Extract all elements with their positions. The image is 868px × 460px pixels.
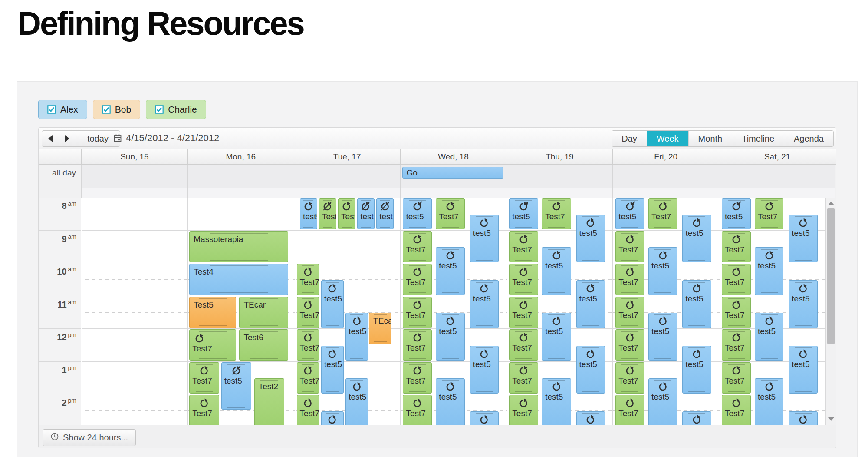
event[interactable]: test5 [321, 411, 344, 425]
event[interactable]: test5 [682, 411, 711, 425]
prev-button[interactable] [42, 131, 59, 146]
all-day-cell[interactable] [294, 165, 400, 198]
event[interactable]: test5 [470, 215, 499, 262]
time-slot-cell[interactable] [82, 231, 187, 264]
checkbox-checked-icon[interactable] [102, 105, 111, 114]
event[interactable]: Test7 [722, 329, 751, 361]
event[interactable]: Test7 [297, 297, 319, 328]
event[interactable]: test5 [615, 198, 644, 229]
event[interactable]: Test7 [297, 264, 319, 295]
event[interactable]: TEcar [239, 297, 288, 328]
event[interactable]: TEcar [369, 313, 391, 344]
view-tab-day[interactable]: Day [612, 131, 647, 146]
event[interactable]: Test7 [722, 264, 751, 295]
event[interactable]: Test7 [319, 198, 336, 229]
event[interactable]: test5 [542, 313, 571, 361]
event[interactable]: test5 [542, 247, 571, 295]
event[interactable]: test5 [789, 215, 818, 262]
event[interactable]: test5 [321, 346, 344, 394]
resource-filter-alex[interactable]: Alex [38, 100, 87, 119]
resize-handle[interactable] [343, 198, 371, 198]
event[interactable]: test5 [755, 247, 784, 295]
event[interactable]: test5 [576, 411, 605, 425]
event[interactable]: Test7 [509, 329, 538, 361]
event[interactable]: Test7 [403, 329, 432, 361]
event[interactable]: Test7 [297, 395, 319, 425]
event[interactable]: test5 [436, 378, 465, 425]
event[interactable]: test5 [576, 280, 605, 328]
event[interactable]: test5 [403, 198, 432, 229]
event[interactable]: test5 [509, 198, 538, 229]
event[interactable]: Test4 [189, 264, 288, 295]
event[interactable]: Test7 [403, 231, 432, 262]
all-day-cell[interactable] [719, 165, 835, 198]
resource-filter-charlie[interactable]: Charlie [146, 100, 206, 119]
event[interactable]: test5 [542, 378, 571, 425]
event[interactable]: test5 [576, 215, 605, 262]
event[interactable]: Test7 [509, 395, 538, 425]
next-button[interactable] [59, 131, 76, 146]
event[interactable]: Test7 [722, 362, 751, 394]
all-day-cell[interactable] [612, 165, 719, 198]
scroll-down-button[interactable] [826, 415, 836, 423]
time-slot-cell[interactable] [82, 329, 187, 362]
event[interactable]: test5 [789, 346, 818, 394]
event[interactable]: test5 [300, 198, 317, 229]
event[interactable]: test5 [470, 280, 499, 328]
event[interactable]: Test7 [509, 264, 538, 295]
event[interactable]: Test7 [436, 198, 465, 229]
event[interactable]: Massoterapia [189, 231, 288, 262]
all-day-cell[interactable] [187, 165, 294, 198]
event[interactable]: test5 [221, 362, 251, 410]
event[interactable]: test5 [357, 198, 375, 229]
event[interactable]: Test7 [615, 329, 644, 361]
event[interactable]: Test7 [509, 231, 538, 262]
show-24-hours-button[interactable]: Show 24 hours... [43, 429, 136, 446]
event[interactable]: Test7 [722, 395, 751, 425]
event[interactable]: test5 [755, 378, 784, 425]
scrollbar-thumb[interactable] [827, 208, 835, 344]
event[interactable]: Test7 [615, 264, 644, 295]
event[interactable]: test5 [682, 346, 711, 394]
event[interactable]: Test6 [239, 329, 288, 361]
event[interactable]: test5 [436, 313, 465, 361]
event[interactable]: Test7 [403, 297, 432, 328]
event[interactable]: Test7 [297, 329, 319, 361]
event[interactable]: Test7 [189, 362, 219, 394]
event[interactable]: Test7 [338, 198, 355, 229]
event[interactable]: Test5 [189, 297, 236, 328]
event[interactable]: test5 [722, 198, 751, 229]
event[interactable]: Test7 [297, 362, 319, 394]
resize-handle[interactable] [441, 198, 480, 198]
event[interactable]: test5 [436, 247, 465, 295]
resize-handle[interactable] [653, 198, 693, 198]
event[interactable]: Test7 [722, 297, 751, 328]
view-tab-month[interactable]: Month [689, 131, 733, 146]
event[interactable]: Test7 [403, 395, 432, 425]
view-tab-agenda[interactable]: Agenda [784, 131, 833, 146]
event[interactable]: test5 [470, 346, 499, 394]
event[interactable]: Test7 [615, 395, 644, 425]
event[interactable]: Test7 [509, 362, 538, 394]
time-slot-cell[interactable] [82, 362, 187, 395]
event[interactable]: test5 [648, 378, 677, 425]
event[interactable]: Test7 [615, 362, 644, 394]
time-slot-cell[interactable] [82, 263, 187, 296]
event[interactable]: test5 [755, 313, 784, 361]
event[interactable]: test5 [648, 247, 677, 295]
event[interactable]: Test7 [755, 198, 784, 229]
view-tab-timeline[interactable]: Timeline [732, 131, 784, 146]
event[interactable]: test5 [576, 346, 605, 394]
event[interactable]: test5 [682, 215, 711, 262]
all-day-event[interactable]: Go [402, 167, 504, 179]
event[interactable]: Test7 [403, 362, 432, 394]
all-day-cell[interactable] [81, 165, 187, 198]
event[interactable]: test5 [789, 411, 818, 425]
time-slot-cell[interactable] [82, 296, 187, 329]
resource-filter-bob[interactable]: Bob [93, 100, 140, 119]
event[interactable]: test5 [789, 280, 818, 328]
event[interactable]: test5 [321, 280, 344, 328]
event[interactable]: Test7 [403, 264, 432, 295]
resize-handle[interactable] [547, 198, 586, 198]
event[interactable]: Test7 [648, 198, 677, 229]
